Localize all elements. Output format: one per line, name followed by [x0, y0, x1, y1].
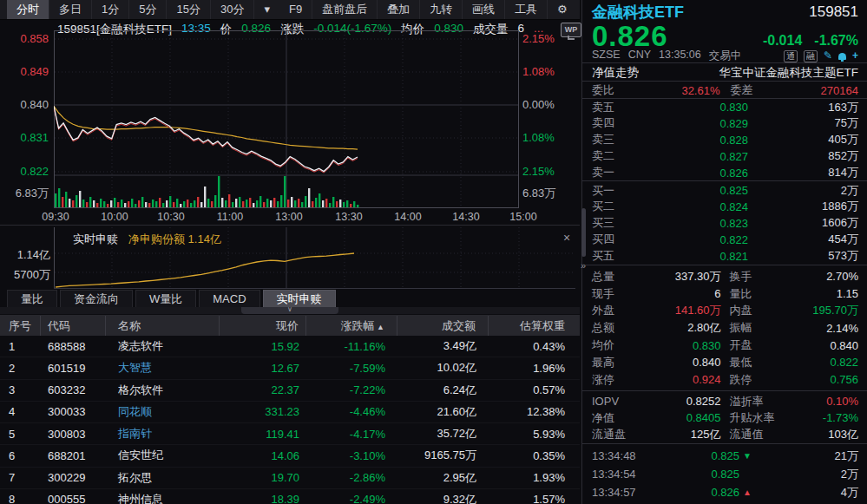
- stat-pair: 流通值103亿: [721, 427, 859, 442]
- volume-bar: [86, 202, 88, 207]
- stat-pair: 内盘195.70万: [721, 303, 859, 318]
- column-header-代码[interactable]: 代码: [41, 316, 106, 336]
- add-icon[interactable]: +: [852, 50, 858, 62]
- toolbar-item-多日[interactable]: 多日: [49, 0, 92, 19]
- cell-name: 凌志软件: [106, 338, 220, 354]
- tick-time: 13:34:57: [592, 486, 661, 499]
- stat-row: 现手6量比1.15: [582, 285, 867, 303]
- table-row[interactable]: 4300033同花顺331.23-4.46%21.60亿12.38%: [0, 402, 580, 423]
- table-row[interactable]: 2601519大智慧12.67-7.59%10.02亿1.96%: [0, 357, 580, 379]
- change-percent: -1.67%: [814, 33, 858, 49]
- cell-code: 688588: [41, 340, 106, 353]
- level-price: 0.827: [637, 150, 748, 163]
- level-price: 0.821: [637, 250, 748, 263]
- alert-bell-icon[interactable]: [838, 53, 846, 60]
- volume-bar: [329, 203, 331, 207]
- level-label: 买二: [592, 199, 637, 214]
- volume-bar: [69, 199, 70, 207]
- table-row[interactable]: 3603232格尔软件22.37-7.22%6.24亿0.57%: [0, 380, 580, 402]
- table-row[interactable]: 6688201信安世纪14.06-3.10%9165.75万0.35%: [0, 445, 580, 467]
- level-volume: 405万: [748, 132, 858, 147]
- stat-pair: 现手6: [592, 286, 721, 302]
- tab-W量比[interactable]: W量比: [135, 290, 196, 307]
- cell-seq: 8: [0, 493, 41, 504]
- tab-资金流向[interactable]: 资金流向: [60, 290, 133, 307]
- ask-row: 卖五0.830163万: [582, 99, 867, 115]
- tab-实时申赎[interactable]: 实时申赎: [263, 290, 336, 307]
- cell-change: -7.22%: [306, 383, 397, 396]
- level-price: 0.828: [637, 134, 748, 147]
- toolbar-item-画线[interactable]: 画线: [463, 0, 505, 19]
- level-price: 0.825: [637, 184, 748, 197]
- cell-code: 300229: [41, 471, 106, 484]
- stat-label: 开盘: [730, 337, 752, 353]
- panel-expand-icon[interactable]: »: [581, 260, 586, 271]
- volume-bar: [280, 195, 282, 207]
- column-header-现价[interactable]: 现价: [220, 316, 306, 336]
- cell-name: 神州信息: [106, 492, 220, 504]
- volume-bar: [135, 204, 136, 207]
- collapse-handle[interactable]: ∨: [241, 307, 338, 314]
- table-row[interactable]: 7300229拓尔思19.70-2.86%2.95亿1.93%: [0, 468, 580, 489]
- etf-code: 159851: [809, 3, 858, 21]
- edit-icon[interactable]: ✎: [824, 50, 832, 62]
- column-header-涨跌幅[interactable]: 涨跌幅 ▲: [306, 316, 397, 336]
- table-body: 1688588凌志软件15.92-11.16%3.49亿0.43%2601519…: [0, 336, 580, 504]
- toolbar-item-5分[interactable]: 5分: [129, 0, 167, 19]
- weicha-value: 270164: [753, 84, 859, 97]
- cell-weight: 0.57%: [489, 383, 580, 396]
- volume-bar: [65, 192, 67, 207]
- toolbar-item-叠加[interactable]: 叠加: [378, 0, 420, 19]
- table-row[interactable]: 8000555神州信息18.39-2.49%9.32亿1.57%: [0, 489, 580, 504]
- divider: [582, 390, 867, 391]
- column-header-估算权重[interactable]: 估算权重: [489, 316, 580, 336]
- panel-scrollbar[interactable]: [581, 208, 586, 257]
- volume-bar: [270, 200, 272, 207]
- iopv-row: IOPV0.8252溢折率0.10%: [582, 393, 867, 409]
- time-axis-label: 10:00: [101, 211, 128, 223]
- table-row[interactable]: 1688588凌志软件15.92-11.16%3.49亿0.43%: [0, 336, 580, 357]
- toolbar-item-F9[interactable]: F9: [279, 0, 312, 19]
- caret-down-icon[interactable]: ▾: [254, 0, 279, 19]
- table-row[interactable]: 5300803指南针119.41-4.17%35.72亿5.93%: [0, 423, 580, 445]
- stat-row: 总额2.80亿振幅2.14%: [582, 319, 867, 337]
- toolbar-item-盘前盘后[interactable]: 盘前盘后: [312, 0, 378, 19]
- volume-bar: [117, 202, 119, 207]
- volume-bar: [173, 202, 174, 207]
- cell-amount: 3.49亿: [397, 338, 489, 354]
- stat-row: 外盘141.60万内盘195.70万: [582, 303, 867, 320]
- stat-value: -1.73%: [823, 411, 858, 424]
- volume-bar: [249, 198, 251, 207]
- divider: [582, 81, 867, 82]
- toolbar-item-九转[interactable]: 九转: [420, 0, 463, 19]
- level-volume: 1606万: [748, 215, 858, 231]
- stat-label: 总量: [592, 269, 614, 285]
- toolbar-item-分时[interactable]: 分时: [7, 0, 49, 19]
- volume-bar: [159, 198, 161, 207]
- panel-title-row: 金融科技ETF 159851: [582, 3, 867, 22]
- column-header-序号[interactable]: 序号: [0, 316, 41, 336]
- y-axis-label: 0.858: [0, 32, 49, 45]
- cell-price: 331.23: [220, 405, 306, 418]
- toolbar-item-1分[interactable]: 1分: [92, 0, 129, 19]
- stat-pair: 流通盘125亿: [592, 427, 721, 442]
- column-header-名称[interactable]: 名称: [106, 316, 220, 336]
- bid-row: 买四0.822454万: [582, 232, 867, 248]
- tab-MACD[interactable]: MACD: [199, 290, 259, 307]
- tab-量比[interactable]: 量比: [7, 290, 57, 307]
- volume-bar: [242, 201, 244, 207]
- toolbar-item-工具[interactable]: 工具: [505, 0, 548, 19]
- volume-bar: [350, 204, 351, 207]
- nav-row[interactable]: 净值走势 华宝中证金融科技主题ETF: [582, 64, 867, 81]
- cell-weight: 1.96%: [489, 362, 580, 375]
- volume-bar: [284, 176, 286, 207]
- tick-row: 13:34:570.826▲4万: [582, 483, 867, 501]
- cell-code: 601519: [41, 362, 106, 375]
- column-header-成交额[interactable]: 成交额: [397, 316, 489, 336]
- stat-pair: 升贴水率-1.73%: [721, 410, 859, 426]
- toolbar-item-30分[interactable]: 30分: [211, 0, 254, 19]
- stat-value: 2.70%: [826, 270, 858, 283]
- toolbar-item-15分[interactable]: 15分: [167, 0, 210, 19]
- settings-icon[interactable]: ⚙: [548, 0, 577, 19]
- stat-value: 6: [714, 287, 720, 300]
